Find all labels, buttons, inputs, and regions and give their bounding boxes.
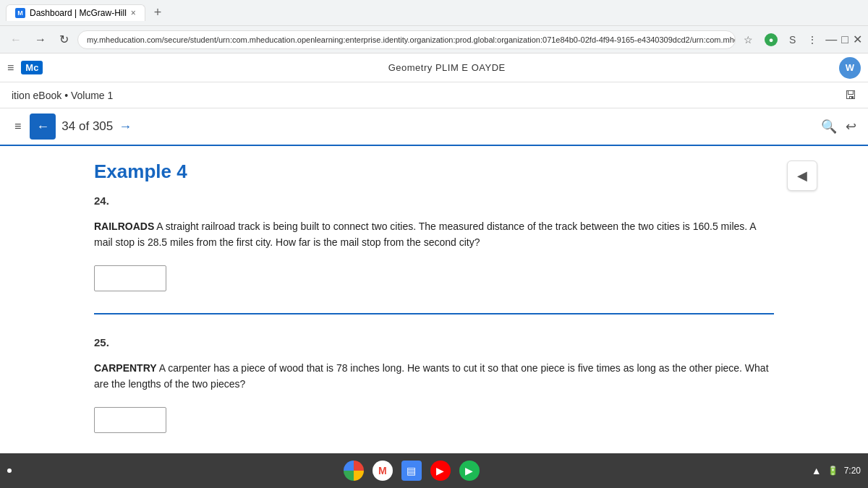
app-header: ≡ Mc Geometry PLIM E OAYDE W bbox=[0, 53, 868, 82]
problem-24-text: RAILROADS A straight railroad track is b… bbox=[94, 218, 774, 251]
browser-tab[interactable]: M Dashboard | McGraw-Hill × bbox=[6, 4, 145, 21]
search-button[interactable]: 🔍 bbox=[821, 119, 837, 134]
menu-icon[interactable]: ≡ bbox=[7, 61, 14, 74]
problem-25-text: CARPENTRY A carpenter has a piece of woo… bbox=[94, 360, 774, 393]
wifi-icon: ▲ bbox=[812, 465, 822, 476]
browser-tab-bar: M Dashboard | McGraw-Hill × + bbox=[0, 0, 868, 26]
problem-24-body: A straight railroad track is being built… bbox=[94, 221, 756, 248]
example-heading: Example 4 bbox=[94, 160, 774, 183]
save-icon[interactable]: 🖫 bbox=[845, 89, 856, 102]
bookmark-button[interactable]: ☆ bbox=[740, 32, 757, 48]
next-page-button[interactable]: → bbox=[119, 119, 132, 134]
battery-icon: 🔋 bbox=[827, 466, 838, 476]
forward-button[interactable]: → bbox=[30, 30, 51, 49]
problem-24-keyword: RAILROADS bbox=[94, 221, 154, 232]
user-avatar[interactable]: W bbox=[839, 57, 861, 79]
browser-nav-bar: ← → ↻ my.mheducation.com/secure/student/… bbox=[0, 26, 868, 53]
audio-btn-container: ◀ bbox=[787, 160, 817, 191]
toc-button[interactable]: ≡ bbox=[12, 117, 24, 136]
minimize-button[interactable]: — bbox=[825, 33, 837, 46]
problem-25-number: 25. bbox=[94, 336, 774, 348]
toolbar-right: 🔍 ↩ bbox=[821, 119, 856, 134]
problem-24-number: 24. bbox=[94, 194, 774, 207]
page-counter: 34 of 305 bbox=[61, 119, 113, 134]
problem-24-answer-box[interactable] bbox=[94, 265, 166, 291]
back-button[interactable]: ← bbox=[6, 30, 26, 49]
play-taskbar-icon[interactable]: ▶ bbox=[459, 461, 480, 481]
page-current: 34 bbox=[61, 119, 79, 133]
page-separator: of 305 bbox=[79, 119, 113, 133]
taskbar-center: M ▤ ▶ ▶ bbox=[344, 461, 480, 481]
account-button[interactable]: ● bbox=[761, 31, 781, 48]
content-area: ◀ Example 4 24. RAILROADS A straight rai… bbox=[0, 146, 868, 453]
problem-25-keyword: CARPENTRY bbox=[94, 362, 157, 374]
taskbar-dot bbox=[7, 468, 12, 473]
back-to-section-button[interactable]: ↩ bbox=[846, 119, 856, 134]
address-bar[interactable]: my.mheducation.com/secure/student/urn:co… bbox=[77, 30, 736, 49]
taskbar: M ▤ ▶ ▶ ▲ 🔋 7:20 bbox=[0, 453, 868, 488]
header-right: W bbox=[839, 57, 861, 79]
extensions-button[interactable]: S bbox=[786, 32, 799, 48]
refresh-button[interactable]: ↻ bbox=[55, 30, 73, 49]
taskbar-left bbox=[7, 468, 12, 473]
taskbar-right: ▲ 🔋 7:20 bbox=[812, 465, 861, 476]
audio-button[interactable]: ◀ bbox=[787, 160, 817, 191]
problem-24-section: 24. RAILROADS A straight railroad track … bbox=[94, 194, 774, 306]
course-title: Geometry PLIM E OAYDE bbox=[54, 62, 839, 73]
nav-toolbar: ≡ ← 34 of 305 → 🔍 ↩ bbox=[0, 108, 868, 146]
time-display: 7:20 bbox=[844, 466, 861, 476]
gmail-taskbar-icon[interactable]: M bbox=[373, 461, 393, 481]
more-options-button[interactable]: ⋮ bbox=[804, 32, 821, 48]
prev-page-button[interactable]: ← bbox=[30, 114, 56, 140]
chrome-taskbar-icon[interactable] bbox=[344, 461, 364, 481]
problem-25-section: 25. CARPENTRY A carpenter has a piece of… bbox=[94, 336, 774, 448]
youtube-taskbar-icon[interactable]: ▶ bbox=[430, 461, 451, 481]
problem-25-body: A carpenter has a piece of wood that is … bbox=[94, 362, 769, 390]
close-window-button[interactable]: ✕ bbox=[853, 33, 862, 46]
restore-button[interactable]: □ bbox=[841, 33, 848, 46]
content-inner: ◀ Example 4 24. RAILROADS A straight rai… bbox=[36, 160, 832, 439]
ebook-title: ition eBook • Volume 1 bbox=[12, 90, 113, 101]
docs-taskbar-icon[interactable]: ▤ bbox=[401, 461, 422, 481]
tab-close-button[interactable]: × bbox=[131, 8, 136, 18]
tab-favicon: M bbox=[15, 8, 25, 18]
ebook-title-bar: ition eBook • Volume 1 🖫 bbox=[0, 82, 868, 108]
mc-logo: Mc bbox=[21, 61, 43, 74]
nav-icons: ☆ ● S ⋮ — □ ✕ bbox=[740, 31, 862, 48]
problem-24-divider bbox=[94, 313, 774, 314]
problem-25-answer-box[interactable] bbox=[94, 407, 166, 433]
tab-title: Dashboard | McGraw-Hill bbox=[30, 8, 127, 18]
new-tab-button[interactable]: + bbox=[151, 5, 165, 20]
